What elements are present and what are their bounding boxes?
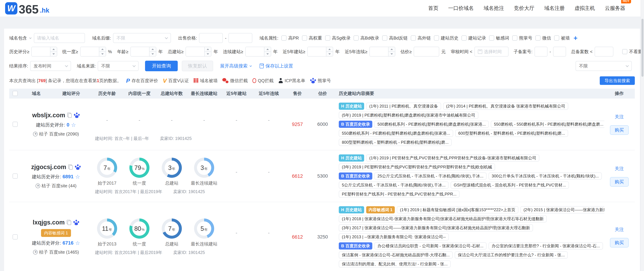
domain-attr-checkbox[interactable]: 高PR: [282, 35, 299, 41]
stepper-up-button[interactable]: [326, 47, 333, 52]
stepper-down-button[interactable]: [50, 52, 57, 56]
sort-group: 结果排序: 发布时间: [9, 61, 71, 71]
right-filter-select[interactable]: 不限: [576, 61, 632, 71]
checkbox[interactable]: [536, 36, 540, 41]
export-search-button[interactable]: 导出当前搜索: [600, 76, 635, 85]
stepper-input[interactable]: [246, 47, 264, 56]
scrollbar[interactable]: [640, 0, 644, 271]
checkbox[interactable]: [411, 36, 416, 41]
domain-attr-checkbox[interactable]: 高Sg收录: [325, 35, 351, 41]
checkbox[interactable]: [282, 36, 286, 41]
nav-item[interactable]: 域名注册: [544, 5, 565, 12]
row-checkbox[interactable]: [12, 173, 18, 179]
follow-link[interactable]: 关注: [615, 165, 624, 172]
baidu-paw-icon[interactable]: [73, 220, 79, 225]
price-max-input[interactable]: [228, 33, 252, 43]
advanced-search-link[interactable]: 展开高级搜索: [220, 63, 252, 69]
stepper-input[interactable]: [308, 47, 326, 56]
domain-attr-checkbox[interactable]: 熊掌号: [512, 35, 532, 41]
domain-attr-checkbox[interactable]: 高权重: [302, 35, 322, 41]
nav-item[interactable]: 首页: [428, 5, 438, 12]
reset-button[interactable]: 恢复默认: [182, 61, 213, 71]
sort-select[interactable]: 发布时间: [30, 61, 71, 71]
domain-contains-input[interactable]: [34, 33, 85, 43]
stepper-down-button[interactable]: [204, 52, 211, 56]
domain-name[interactable]: lxqjgs.com: [33, 219, 65, 226]
nav-item[interactable]: 域名抢注: [484, 5, 504, 12]
nav-item[interactable]: 竞价大厅: [514, 5, 534, 12]
checkbox[interactable]: [382, 36, 387, 41]
nav-item[interactable]: 虚拟主机: [574, 5, 595, 12]
checkbox[interactable]: [554, 36, 559, 41]
copy-icon[interactable]: [68, 164, 73, 170]
stepper-up-button[interactable]: [204, 47, 211, 52]
nav-item[interactable]: 一口价域名: [448, 5, 474, 12]
audit-time-picker[interactable]: 选择时间: [474, 47, 508, 57]
stepper-input[interactable]: [32, 47, 50, 56]
stepper-down-button[interactable]: [99, 52, 106, 56]
stepper-up-button[interactable]: [50, 47, 57, 52]
buy-button[interactable]: 购买: [610, 177, 629, 187]
more-attrs-button[interactable]: +: [574, 36, 578, 41]
domain-contains-label[interactable]: 域名包含: [9, 35, 27, 41]
follow-link[interactable]: 关注: [615, 114, 624, 120]
baidu-paw-icon[interactable]: [75, 164, 81, 170]
domain-attr-checkbox[interactable]: 建站记录: [462, 35, 486, 41]
save-settings-link[interactable]: 保存以上设置: [260, 63, 293, 69]
domain-attr-checkbox[interactable]: 高外链: [411, 35, 431, 41]
domain-attr-checkbox[interactable]: 微信: [536, 35, 551, 41]
stepper-up-button[interactable]: [388, 47, 395, 52]
copy-icon[interactable]: [67, 220, 71, 225]
favorite-star-icon[interactable]: ☆: [71, 122, 76, 128]
baidu-paw-icon[interactable]: [74, 113, 80, 118]
checkbox[interactable]: [302, 36, 307, 41]
stepper-up-button[interactable]: [264, 47, 271, 52]
search-button[interactable]: 开始查询: [145, 61, 178, 71]
favorite-star-icon[interactable]: ☆: [75, 174, 80, 179]
stepper-up-button[interactable]: [99, 47, 106, 52]
estimate-input[interactable]: [414, 47, 439, 57]
subrecord-min-input[interactable]: [534, 47, 548, 57]
row-checkbox[interactable]: [12, 122, 18, 127]
stepper-up-button[interactable]: [150, 47, 156, 52]
buy-button[interactable]: 购买: [610, 238, 629, 247]
site-logo[interactable]: W 365 .hk: [5, 2, 49, 15]
checkbox[interactable]: [512, 36, 517, 41]
stepper-down-button[interactable]: [264, 52, 271, 56]
domain-attr-checkbox[interactable]: 被墙: [554, 35, 570, 41]
chevron-down-icon[interactable]: [29, 37, 32, 39]
domain-suffix-select[interactable]: 不限: [113, 33, 171, 43]
domain-attr-checkbox[interactable]: 高Bd收录: [354, 35, 379, 41]
checkbox[interactable]: [489, 36, 494, 41]
nav-item[interactable]: 云服务器HOT: [605, 5, 625, 12]
checkbox[interactable]: [622, 49, 627, 54]
domain-attr-checkbox[interactable]: 敏感词: [489, 35, 509, 41]
copy-icon[interactable]: [67, 113, 72, 118]
checkbox[interactable]: [434, 36, 439, 41]
subrecord-max-input[interactable]: [553, 47, 566, 57]
stepper-input[interactable]: [370, 47, 388, 56]
price-min-input[interactable]: [199, 33, 223, 43]
stepper-down-button[interactable]: [388, 52, 395, 56]
summary-cell: H历史建站(1年) 2019 | PE管材生产线,PVC管材生产线,PPR管材生…: [335, 154, 604, 198]
domain-attr-checkbox[interactable]: 高Bd反链: [382, 35, 408, 41]
follow-link[interactable]: 关注: [615, 226, 624, 232]
checkbox[interactable]: [462, 36, 466, 41]
domain-attr-checkbox[interactable]: 建站历史: [434, 35, 458, 41]
source-select[interactable]: 不限: [98, 61, 138, 71]
domain-name[interactable]: wbsljx.com: [32, 112, 65, 119]
stepper-input[interactable]: [80, 47, 99, 56]
select-all-checkbox[interactable]: [12, 91, 18, 96]
stepper-down-button[interactable]: [326, 52, 333, 56]
stepper-input[interactable]: [131, 47, 149, 56]
buy-button[interactable]: 购买: [610, 125, 629, 135]
favorite-star-icon[interactable]: ☆: [75, 240, 80, 246]
total-records-input[interactable]: [595, 47, 613, 57]
domain-name[interactable]: zjgocsj.com: [31, 163, 66, 171]
checkbox[interactable]: [325, 36, 330, 41]
stepper-down-button[interactable]: [150, 52, 156, 56]
stepper-input[interactable]: [186, 47, 204, 56]
checkbox[interactable]: [354, 36, 359, 41]
scrollbar-thumb[interactable]: [642, 19, 644, 77]
row-checkbox[interactable]: [12, 234, 18, 239]
